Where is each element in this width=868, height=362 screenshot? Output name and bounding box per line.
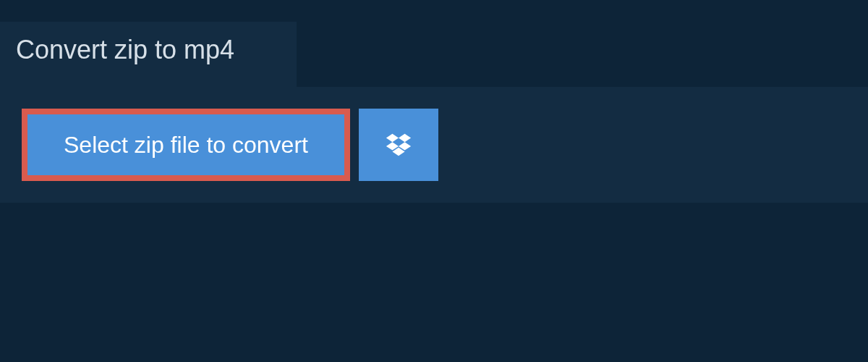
select-file-button[interactable]: Select zip file to convert	[22, 109, 350, 181]
dropbox-icon	[385, 131, 412, 159]
select-file-label: Select zip file to convert	[64, 133, 308, 156]
dropbox-button[interactable]	[359, 109, 438, 181]
header-bar: Convert zip to mp4	[0, 22, 297, 87]
page-title: Convert zip to mp4	[16, 35, 281, 65]
top-spacer	[0, 0, 868, 22]
svg-marker-0	[386, 134, 399, 142]
action-panel: Select zip file to convert	[0, 87, 868, 203]
svg-marker-1	[399, 134, 411, 142]
